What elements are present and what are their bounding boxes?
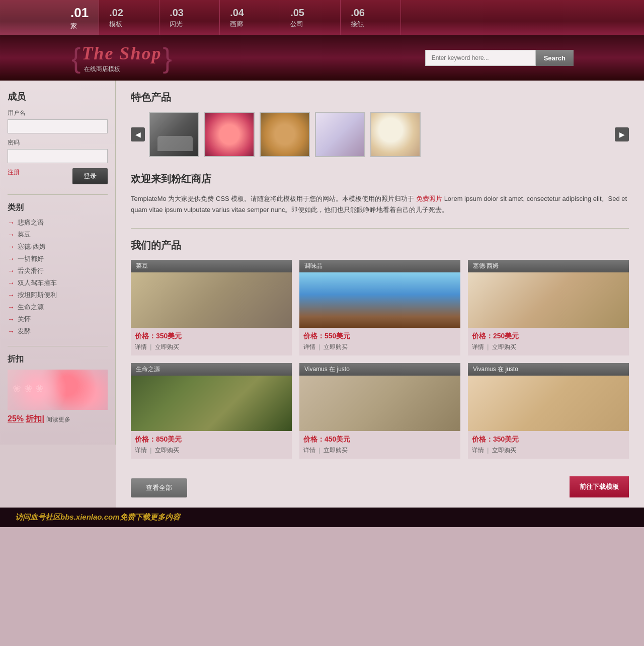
section-divider — [131, 228, 629, 229]
product-buy-1[interactable]: 立即购买 — [324, 343, 348, 350]
product-buy-4[interactable]: 立即购买 — [324, 447, 348, 454]
product-details-5[interactable]: 详情 — [472, 447, 484, 454]
discount-title: 折扣 — [8, 354, 108, 365]
nav-label-gallery: 画廊 — [230, 20, 270, 29]
product-card-4: Vivamus 在 justo 价格：450美元 详情 | 立即购买 — [299, 363, 460, 459]
product-buy-2[interactable]: 立即购买 — [492, 343, 516, 350]
product-thumbnail-2 — [261, 113, 309, 156]
cat-label-9: 发酵 — [18, 327, 31, 336]
product-links-5: 详情 | 立即购买 — [472, 446, 625, 455]
cat-label-8: 关怀 — [18, 315, 31, 324]
product-details-1[interactable]: 详情 — [303, 343, 315, 350]
logo-subtitle: 在线商店模板 — [84, 65, 120, 74]
cat-label-5: 双人驾车撞车 — [18, 278, 57, 288]
logo-inner: The Shop 在线商店模板 — [82, 43, 162, 74]
product-card-2: 塞德·西姆 价格：250美元 详情 | 立即购买 — [468, 260, 629, 355]
carousel-item-3[interactable] — [315, 112, 365, 157]
featured-title: 特色产品 — [131, 91, 629, 104]
top-navigation: .01 家 .02 模板 .03 闪光 .04 画廊 .05 公司 .06 接触 — [0, 0, 644, 35]
arrow-icon-3: → — [8, 255, 15, 263]
register-link[interactable]: 注册 — [8, 169, 20, 176]
search-input[interactable] — [425, 50, 536, 66]
product-info-4: 价格：450美元 详情 | 立即购买 — [299, 431, 460, 459]
cat-label-7: 生命之源 — [18, 303, 44, 312]
product-details-4[interactable]: 详情 — [303, 447, 315, 454]
arrow-icon-2: → — [8, 243, 15, 251]
cat-item-6[interactable]: → 按坦阿斯便利 — [8, 291, 108, 300]
product-thumbnail-3 — [316, 113, 364, 156]
product-cat-5: Vivamus 在 justo — [468, 363, 629, 376]
product-buy-3[interactable]: 立即购买 — [155, 447, 179, 454]
sep-4: | — [318, 447, 320, 454]
nav-label-flash: 闪光 — [170, 20, 209, 29]
product-info-0: 价格：350美元 详情 | 立即购买 — [131, 328, 292, 355]
nav-item-template[interactable]: .02 模板 — [99, 0, 159, 35]
login-button[interactable]: 登录 — [72, 168, 108, 184]
product-thumbnail-0 — [150, 113, 198, 156]
carousel-next-button[interactable]: ▶ — [615, 127, 629, 141]
member-title: 成员 — [8, 91, 108, 103]
product-card-3: 生命之源 价格：850美元 详情 | 立即购买 — [131, 363, 292, 459]
arrow-icon-1: → — [8, 231, 15, 239]
arrow-icon-4: → — [8, 267, 15, 275]
nav-item-home[interactable]: .01 家 — [0, 0, 99, 35]
sep-3: | — [150, 447, 151, 454]
product-image-1 — [299, 272, 460, 328]
nav-item-contact[interactable]: .06 接触 — [341, 0, 401, 35]
product-price-0: 价格：350美元 — [135, 332, 288, 341]
product-image-3 — [131, 376, 292, 431]
cat-item-0[interactable]: → 悲痛之语 — [8, 218, 108, 227]
category-title: 类别 — [8, 202, 108, 213]
product-cat-3: 生命之源 — [131, 363, 292, 376]
product-links-3: 详情 | 立即购买 — [135, 446, 288, 455]
product-cat-2: 塞德·西姆 — [468, 260, 629, 272]
nav-item-company[interactable]: .05 公司 — [280, 0, 341, 35]
cat-item-2[interactable]: → 塞德·西姆 — [8, 242, 108, 251]
search-button[interactable]: Search — [536, 50, 574, 66]
download-area: 前往下载模板 — [570, 476, 629, 497]
product-buy-5[interactable]: 立即购买 — [492, 447, 516, 454]
welcome-text: TemplateMo 为大家提供免费 CSS 模板。请随意将此模板用于您的网站。… — [131, 193, 629, 216]
product-info-5: 价格：350美元 详情 | 立即购买 — [468, 431, 629, 459]
carousel-item-2[interactable] — [260, 112, 310, 157]
cat-item-7[interactable]: → 生命之源 — [8, 303, 108, 312]
cat-item-4[interactable]: → 舌尖滑行 — [8, 266, 108, 275]
cat-item-5[interactable]: → 双人驾车撞车 — [8, 278, 108, 288]
username-label: 用户名 — [8, 109, 108, 117]
carousel-item-4[interactable] — [370, 112, 421, 157]
welcome-text-1: TemplateMo 为大家提供免费 CSS 模板。请随意将此模板用于您的网站。… — [131, 195, 414, 202]
nav-item-flash[interactable]: .03 闪光 — [159, 0, 220, 35]
read-more-link[interactable]: 阅读更多 — [46, 416, 70, 423]
discount-img-inner — [8, 370, 108, 410]
password-input[interactable] — [8, 149, 108, 163]
arrow-icon-7: → — [8, 303, 15, 311]
nav-num-flash: .03 — [170, 7, 209, 19]
product-details-2[interactable]: 详情 — [472, 343, 484, 350]
product-buy-0[interactable]: 立即购买 — [155, 343, 179, 350]
cat-label-1: 菜豆 — [18, 230, 31, 239]
nav-item-gallery[interactable]: .04 画廊 — [220, 0, 280, 35]
nav-num-gallery: .04 — [230, 7, 270, 19]
sep-2: | — [487, 343, 489, 350]
cat-label-2: 塞德·西姆 — [18, 242, 46, 251]
carousel-item-1[interactable] — [204, 112, 255, 157]
cat-item-8[interactable]: → 关怀 — [8, 315, 108, 324]
product-image-2 — [468, 272, 629, 328]
cat-item-3[interactable]: → 一切都好 — [8, 254, 108, 263]
view-all-area: 查看全部 — [131, 478, 187, 497]
download-button[interactable]: 前往下载模板 — [570, 476, 629, 497]
carousel-item-0[interactable] — [149, 112, 199, 157]
product-details-0[interactable]: 详情 — [135, 343, 147, 350]
carousel-prev-button[interactable]: ◀ — [131, 127, 145, 141]
password-label: 密码 — [8, 138, 108, 147]
view-all-button[interactable]: 查看全部 — [131, 478, 187, 497]
username-input[interactable] — [8, 119, 108, 133]
carousel-items — [149, 112, 611, 157]
sidebar-content: 成员 用户名 密码 注册 登录 类别 → 悲痛之语 → — [0, 81, 116, 445]
free-photos-link[interactable]: 免费照片 — [416, 195, 442, 202]
product-details-3[interactable]: 详情 — [135, 447, 147, 454]
cat-item-1[interactable]: → 菜豆 — [8, 230, 108, 239]
product-image-4 — [299, 376, 460, 431]
main-container: 成员 用户名 密码 注册 登录 类别 → 悲痛之语 → — [0, 81, 644, 508]
cat-item-9[interactable]: → 发酵 — [8, 327, 108, 336]
